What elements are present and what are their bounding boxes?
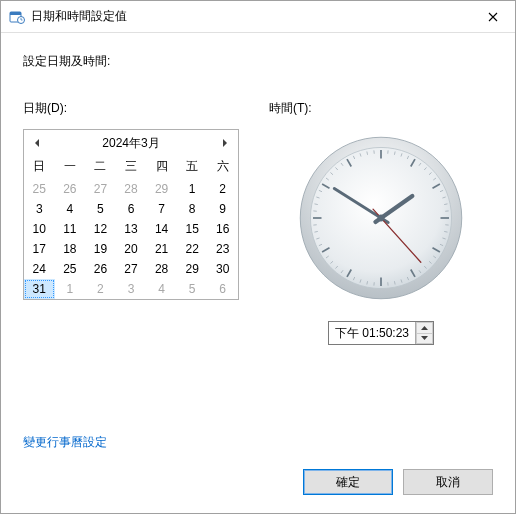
calendar-day[interactable]: 26 [55,179,86,199]
content-row: 日期(D): 2024年3月 日一二三四五六252627282912345678… [23,100,493,345]
calendar-day[interactable]: 25 [24,179,55,199]
time-label: 時間(T): [269,100,312,117]
calendar-day[interactable]: 20 [116,239,147,259]
calendar-day[interactable]: 10 [24,219,55,239]
calendar-day[interactable]: 27 [85,179,116,199]
time-value[interactable]: 下午 01:50:23 [329,322,415,344]
calendar-day[interactable]: 28 [146,259,177,279]
calendar-day[interactable]: 31 [24,279,55,299]
calendar-day[interactable]: 26 [85,259,116,279]
calendar-day[interactable]: 19 [85,239,116,259]
close-button[interactable] [471,2,515,32]
calendar-day[interactable]: 4 [146,279,177,299]
calendar-day[interactable]: 9 [207,199,238,219]
calendar-day[interactable]: 14 [146,219,177,239]
calendar-day[interactable]: 13 [116,219,147,239]
analog-clock [296,133,466,303]
calendar-day[interactable]: 23 [207,239,238,259]
calendar-day[interactable]: 27 [116,259,147,279]
time-spinner [415,322,433,344]
footer: 確定 取消 [1,469,515,513]
calendar-day[interactable]: 29 [177,259,208,279]
calendar-day[interactable]: 3 [24,199,55,219]
calendar-day[interactable]: 17 [24,239,55,259]
calendar-day[interactable]: 24 [24,259,55,279]
dialog-body: 設定日期及時間: 日期(D): 2024年3月 日一二三四五六252627 [1,33,515,469]
svg-point-68 [378,215,385,222]
time-input[interactable]: 下午 01:50:23 [328,321,434,345]
prev-month-button[interactable] [30,136,44,150]
time-spin-up[interactable] [416,322,433,333]
calendar-day[interactable]: 28 [116,179,147,199]
ok-button[interactable]: 確定 [303,469,393,495]
calendar: 2024年3月 日一二三四五六2526272829123456789101112… [23,129,239,300]
calendar-day[interactable]: 7 [146,199,177,219]
datetime-icon [9,9,25,25]
calendar-dow: 四 [146,156,177,179]
cancel-button[interactable]: 取消 [403,469,493,495]
date-label: 日期(D): [23,100,239,117]
calendar-day[interactable]: 29 [146,179,177,199]
calendar-dow: 三 [116,156,147,179]
svg-rect-1 [10,12,21,15]
calendar-day[interactable]: 5 [177,279,208,299]
calendar-day[interactable]: 25 [55,259,86,279]
dialog-window: 日期和時間設定值 設定日期及時間: 日期(D): 2024年3月 [0,0,516,514]
calendar-title[interactable]: 2024年3月 [44,135,218,152]
calendar-day[interactable]: 8 [177,199,208,219]
calendar-day[interactable]: 30 [207,259,238,279]
calendar-dow: 六 [207,156,238,179]
calendar-dow: 日 [24,156,55,179]
calendar-day[interactable]: 4 [55,199,86,219]
calendar-day[interactable]: 2 [207,179,238,199]
calendar-day[interactable]: 18 [55,239,86,259]
calendar-day[interactable]: 6 [116,199,147,219]
calendar-day[interactable]: 1 [55,279,86,299]
calendar-day[interactable]: 22 [177,239,208,259]
calendar-dow: 一 [55,156,86,179]
calendar-grid: 日一二三四五六252627282912345678910111213141516… [24,156,238,299]
calendar-day[interactable]: 5 [85,199,116,219]
dialog-title: 日期和時間設定值 [31,8,471,25]
calendar-day[interactable]: 12 [85,219,116,239]
change-calendar-settings-link[interactable]: 變更行事曆設定 [23,434,493,451]
next-month-button[interactable] [218,136,232,150]
date-column: 日期(D): 2024年3月 日一二三四五六252627282912345678… [23,100,239,345]
calendar-header: 2024年3月 [24,130,238,156]
calendar-day[interactable]: 2 [85,279,116,299]
calendar-day[interactable]: 6 [207,279,238,299]
calendar-day[interactable]: 15 [177,219,208,239]
time-spin-down[interactable] [416,333,433,345]
titlebar: 日期和時間設定值 [1,1,515,33]
calendar-day[interactable]: 16 [207,219,238,239]
calendar-day[interactable]: 3 [116,279,147,299]
calendar-day[interactable]: 11 [55,219,86,239]
calendar-day[interactable]: 21 [146,239,177,259]
calendar-day[interactable]: 1 [177,179,208,199]
calendar-dow: 五 [177,156,208,179]
time-column: 時間(T): [269,100,493,345]
set-datetime-label: 設定日期及時間: [23,53,493,70]
calendar-dow: 二 [85,156,116,179]
